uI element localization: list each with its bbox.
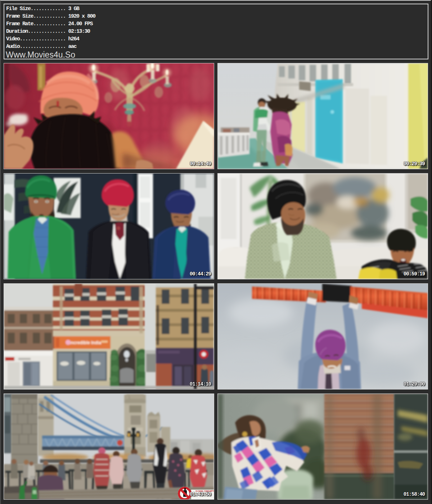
svg-text:Incredible India: Incredible India: [69, 340, 101, 345]
